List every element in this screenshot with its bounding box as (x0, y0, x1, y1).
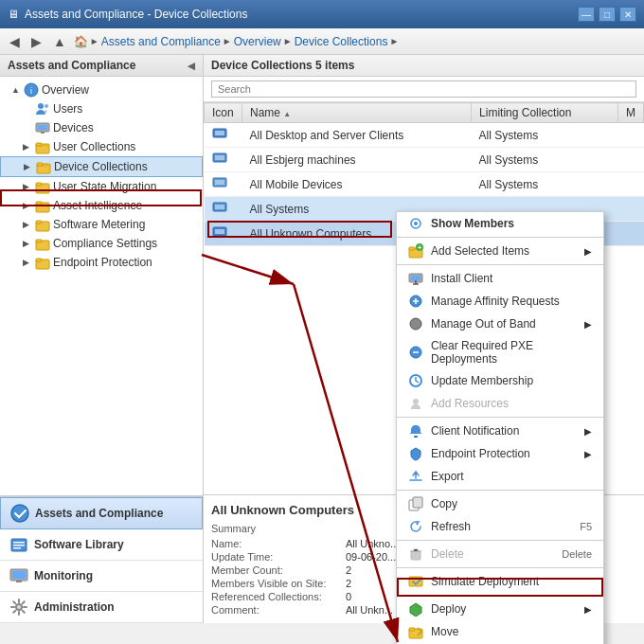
sidebar-item-user-collections[interactable]: ▶ User Collections (0, 137, 203, 156)
nav-monitoring[interactable]: Monitoring (0, 561, 203, 592)
close-button[interactable]: ✕ (619, 7, 636, 22)
ctx-item-delete: DeleteDelete (397, 543, 603, 565)
col-m[interactable]: M (618, 103, 644, 123)
nav-software-label: Software Library (34, 538, 124, 551)
table-row[interactable]: All Esbjerg machines All Systems (205, 148, 644, 172)
device-collections-label: Device Collections (54, 160, 148, 173)
administration-icon (9, 598, 28, 617)
svg-rect-38 (215, 205, 224, 209)
endpoint-icon (408, 446, 423, 461)
sidebar-item-overview[interactable]: ▲ i Overview (0, 80, 203, 99)
ctx-item-label: Deploy (431, 602, 466, 616)
sidebar-item-user-state-migration[interactable]: ▶ User State Migration (0, 177, 203, 196)
overview-label: Overview (42, 83, 89, 97)
row-limiting: All Systems (472, 123, 618, 148)
up-button[interactable]: ▲ (49, 32, 70, 51)
col-icon[interactable]: Icon (205, 103, 242, 123)
svg-rect-6 (41, 132, 45, 134)
ctx-item-show-members[interactable]: Show Members (397, 212, 603, 235)
nav-administration[interactable]: Administration (0, 592, 203, 623)
svg-rect-44 (409, 247, 415, 250)
row-icon (205, 123, 242, 148)
users-label: Users (53, 102, 82, 116)
ctx-item-label: Add Resources (431, 397, 509, 410)
summary-field-label: Member Count: (211, 564, 344, 576)
svg-rect-20 (36, 259, 42, 261)
ctx-item-export[interactable]: Export (397, 465, 603, 488)
toolbar: ◀ ▶ ▲ 🏠 ► Assets and Compliance ► Overvi… (0, 28, 644, 55)
refresh-icon (408, 519, 423, 534)
svg-rect-5 (38, 125, 47, 130)
sidebar-title: Assets and Compliance (8, 59, 135, 72)
ctx-item-label: Manage Affinity Requests (431, 295, 560, 308)
ctx-item-manage-affinity-requests[interactable]: Manage Affinity Requests (397, 290, 603, 313)
ctx-item-update-membership[interactable]: Update Membership (397, 369, 603, 392)
ctx-item-manage-out-of-band[interactable]: Manage Out of Band▶ (397, 313, 603, 335)
row-icon (205, 197, 242, 222)
nav-administration-label: Administration (34, 600, 115, 614)
table-row[interactable]: All Mobile Devices All Systems (205, 172, 644, 197)
breadcrumb-item-2[interactable]: Overview (234, 35, 281, 48)
sidebar-item-endpoint-protection[interactable]: ▶ Endpoint Protection (0, 253, 203, 272)
row-m (618, 222, 644, 246)
overview-icon: i (24, 82, 39, 98)
ctx-item-label: Clear Required PXE Deployments (431, 339, 592, 366)
context-menu-separator (397, 237, 603, 238)
row-name: All Mobile Devices (242, 172, 472, 197)
ctx-item-label: Install Client (431, 272, 492, 285)
sidebar-collapse-button[interactable]: ◀ (188, 61, 195, 71)
row-m (618, 172, 644, 197)
svg-rect-32 (215, 131, 224, 135)
sidebar-tree: ▲ i Overview Users Devices (0, 77, 203, 495)
svg-point-53 (413, 399, 419, 404)
breadcrumb-item-3[interactable]: Device Collections (295, 35, 388, 48)
ctx-item-move[interactable]: Move (397, 620, 603, 643)
ctx-item-add-selected-items[interactable]: +Add Selected Items▶ (397, 240, 603, 262)
col-limiting[interactable]: Limiting Collection (472, 103, 618, 123)
ctx-item-client-notification[interactable]: Client Notification▶ (397, 420, 603, 442)
row-limiting: All Systems (472, 148, 618, 172)
export-icon (408, 469, 423, 484)
copy-icon (408, 496, 423, 511)
ctx-item-refresh[interactable]: RefreshF5 (397, 515, 603, 538)
svg-point-50 (410, 318, 421, 330)
content-header: Device Collections 5 items (204, 55, 644, 77)
submenu-arrow: ▶ (584, 604, 592, 615)
ctx-item-copy[interactable]: Copy (397, 492, 603, 515)
svg-text:i: i (30, 86, 32, 96)
minimize-button[interactable]: — (578, 7, 595, 22)
compliance-settings-icon (35, 236, 50, 251)
back-button[interactable]: ◀ (6, 32, 24, 51)
breadcrumb-item-1[interactable]: Assets and Compliance (101, 35, 221, 48)
sidebar-item-users[interactable]: Users (0, 99, 203, 118)
table-row[interactable]: All Desktop and Server Clients All Syste… (205, 123, 644, 148)
user-collections-icon (35, 139, 50, 154)
device-collections-icon (36, 159, 51, 174)
sidebar-item-compliance-settings[interactable]: ▶ Compliance Settings (0, 234, 203, 253)
ctx-item-endpoint-protection[interactable]: Endpoint Protection▶ (397, 442, 603, 465)
title-text: Assets and Compliance - Device Collectio… (25, 8, 247, 21)
breadcrumb-root[interactable]: 🏠 (74, 35, 88, 48)
ctx-item-install-client[interactable]: Install Client (397, 267, 603, 290)
nav-assets-compliance[interactable]: Assets and Compliance (0, 497, 203, 529)
sidebar-item-device-collections[interactable]: ▶ Device Collections (0, 156, 203, 177)
row-m (618, 123, 644, 148)
maximize-button[interactable]: □ (599, 7, 616, 22)
svg-rect-60 (409, 628, 415, 631)
ctx-item-label: Delete (431, 547, 464, 561)
title-bar: 🖥 Assets and Compliance - Device Collect… (0, 0, 644, 28)
nav-software-library[interactable]: Software Library (0, 529, 203, 561)
sidebar-item-asset-intelligence[interactable]: ▶ Asset Intelligence (0, 196, 203, 215)
svg-rect-34 (215, 155, 224, 160)
forward-button[interactable]: ▶ (27, 32, 45, 51)
sidebar-item-devices[interactable]: Devices (0, 118, 203, 137)
col-name[interactable]: Name ▲ (242, 103, 472, 123)
row-m (618, 197, 644, 222)
ctx-item-simulate-deployment[interactable]: Simulate Deployment (397, 570, 603, 593)
user-collections-label: User Collections (53, 140, 135, 153)
search-input[interactable] (211, 80, 636, 98)
sidebar-item-software-metering[interactable]: ▶ Software Metering (0, 215, 203, 234)
ctx-item-clear-required-pxe-deployments[interactable]: Clear Required PXE Deployments (397, 335, 603, 369)
content-title: Device Collections 5 items (211, 59, 354, 72)
ctx-item-deploy[interactable]: Deploy▶ (397, 598, 603, 620)
